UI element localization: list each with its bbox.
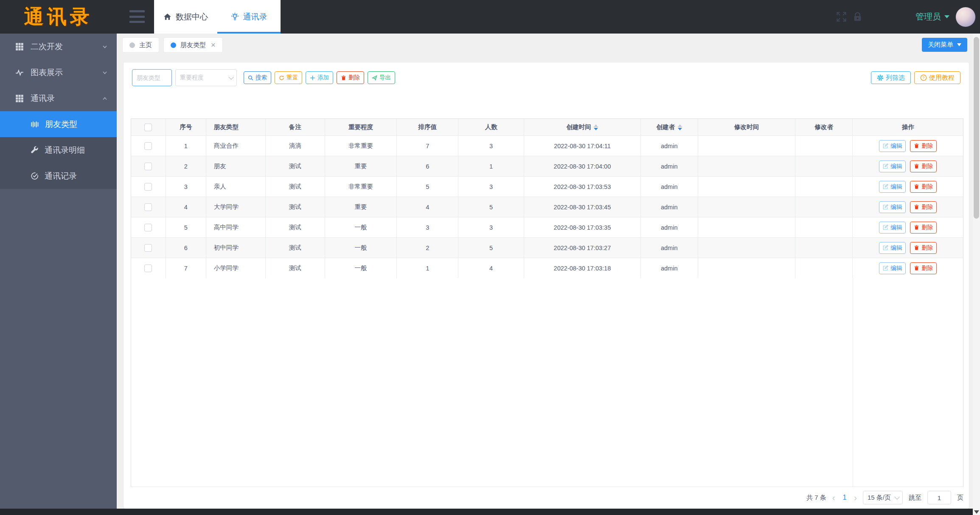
- fullscreen-icon[interactable]: [836, 11, 847, 22]
- tab-address-book[interactable]: 通讯录: [217, 0, 281, 34]
- edit-icon: [883, 204, 888, 210]
- current-page[interactable]: 1: [841, 494, 848, 501]
- refresh-icon: [279, 75, 284, 81]
- sidebar-item-address-detail[interactable]: 通讯录明细: [0, 137, 117, 163]
- row-delete-button[interactable]: 删除: [910, 201, 937, 213]
- tag-home[interactable]: 主页: [122, 37, 159, 53]
- delete-button[interactable]: 删除: [337, 71, 364, 84]
- sidebar-item-label: 朋友类型: [45, 119, 77, 130]
- col-updated-by: 修改者: [795, 119, 853, 135]
- table-header: 序号 朋友类型 备注 重要程度 排序值 人数 创建时间 创建者 修改时间: [131, 119, 963, 136]
- row-delete-button[interactable]: 删除: [910, 140, 937, 152]
- cell-updated-at: [698, 197, 796, 217]
- search-button[interactable]: 搜索: [244, 71, 271, 84]
- cell-updated-by: [795, 258, 853, 278]
- user-dropdown[interactable]: 管理员: [915, 11, 949, 23]
- row-delete-button[interactable]: 删除: [910, 242, 937, 254]
- cell-seq: 4: [166, 197, 206, 217]
- cell-importance: 非常重要: [325, 177, 397, 197]
- page-scrollbar[interactable]: [973, 34, 980, 515]
- edit-icon: [883, 184, 888, 189]
- sidebar-item-friend-type[interactable]: 朋友类型: [0, 111, 117, 137]
- row-checkbox[interactable]: [144, 163, 152, 170]
- tag-label: 朋友类型: [180, 41, 206, 49]
- scrollbar-down-arrow-icon[interactable]: [974, 510, 979, 514]
- scrollbar-thumb[interactable]: [974, 37, 979, 219]
- edit-button[interactable]: 编辑: [879, 242, 906, 254]
- tutorial-button[interactable]: ? 使用教程: [914, 71, 960, 84]
- chevron-up-icon: [101, 95, 108, 102]
- table-empty-area: [131, 278, 963, 487]
- reset-button[interactable]: 重置: [275, 71, 302, 84]
- close-menu-button[interactable]: 关闭菜单: [922, 38, 967, 52]
- cell-created-at: 2022-08-30 17:03:53: [524, 177, 641, 197]
- trash-icon: [914, 163, 919, 169]
- edit-button[interactable]: 编辑: [879, 201, 906, 213]
- row-checkbox[interactable]: [144, 244, 152, 252]
- edit-button[interactable]: 编辑: [879, 262, 906, 274]
- hamburger-menu-icon[interactable]: [129, 10, 145, 23]
- check-circle-icon: [31, 172, 39, 180]
- row-checkbox[interactable]: [144, 265, 152, 272]
- edit-button[interactable]: 编辑: [879, 160, 906, 172]
- importance-filter-select[interactable]: 重要程度: [175, 69, 237, 86]
- barcode-icon: [31, 120, 39, 129]
- sort-icon[interactable]: [678, 124, 682, 130]
- edit-label: 编辑: [890, 203, 902, 211]
- row-delete-button[interactable]: 删除: [910, 160, 937, 172]
- send-icon: [372, 75, 377, 81]
- search-label: 搜索: [256, 74, 267, 82]
- trash-icon: [341, 75, 346, 81]
- trash-icon: [914, 265, 919, 271]
- tab-label: 数据中心: [176, 11, 208, 23]
- column-filter-button[interactable]: 列筛选: [871, 71, 911, 84]
- tab-data-center[interactable]: 数据中心: [154, 0, 217, 34]
- sidebar-item-contact-records[interactable]: 通讯记录: [0, 163, 117, 189]
- cell-friend-type: 初中同学: [206, 238, 266, 258]
- page-size-select[interactable]: 15 条/页: [863, 491, 903, 504]
- row-checkbox[interactable]: [144, 224, 152, 231]
- select-all-checkbox[interactable]: [144, 124, 152, 131]
- export-button[interactable]: 导出: [368, 71, 395, 84]
- avatar[interactable]: [955, 7, 976, 27]
- cell-count: 3: [458, 177, 524, 197]
- edit-label: 编辑: [890, 163, 902, 170]
- sidebar-item-secondary-dev[interactable]: 二次开发: [0, 34, 117, 59]
- friend-type-filter-input[interactable]: [132, 69, 172, 86]
- page-unit-label: 页: [957, 494, 963, 502]
- row-checkbox[interactable]: [144, 203, 152, 211]
- row-checkbox[interactable]: [144, 142, 152, 150]
- cell-seq: 1: [166, 136, 206, 156]
- tag-friend-type[interactable]: 朋友类型 ×: [163, 37, 223, 53]
- col-updated-at: 修改时间: [698, 119, 796, 135]
- edit-button[interactable]: 编辑: [879, 140, 906, 152]
- col-seq: 序号: [166, 119, 206, 135]
- close-menu-label: 关闭菜单: [928, 41, 953, 49]
- cell-count: 5: [458, 197, 524, 217]
- home-icon: [163, 13, 171, 21]
- table-row: 5 高中同学 测试 一般 3 3 2022-08-30 17:03:35 adm…: [131, 217, 963, 238]
- cell-seq: 2: [166, 156, 206, 176]
- sort-icon[interactable]: [594, 124, 598, 130]
- col-created-at: 创建时间: [524, 119, 641, 135]
- add-button[interactable]: 添加: [306, 71, 333, 84]
- row-delete-button[interactable]: 删除: [910, 262, 937, 274]
- edit-button[interactable]: 编辑: [879, 222, 906, 234]
- row-delete-button[interactable]: 删除: [910, 222, 937, 234]
- row-checkbox[interactable]: [144, 183, 152, 191]
- row-delete-button[interactable]: 删除: [910, 181, 937, 193]
- lock-icon[interactable]: [852, 11, 863, 22]
- sidebar-item-address-book[interactable]: 通讯录: [0, 85, 117, 111]
- edit-button[interactable]: 编辑: [879, 181, 906, 193]
- cell-sort-value: 6: [397, 156, 458, 176]
- cell-created-by: admin: [641, 156, 698, 176]
- cell-remark: 测试: [266, 217, 325, 237]
- sidebar-item-charts[interactable]: 图表展示: [0, 59, 117, 85]
- col-importance: 重要程度: [325, 119, 397, 135]
- export-label: 导出: [379, 74, 391, 82]
- close-icon[interactable]: ×: [211, 41, 216, 50]
- prev-page-button[interactable]: ‹: [832, 493, 835, 502]
- jump-page-input[interactable]: [927, 491, 951, 504]
- search-icon: [248, 75, 253, 81]
- next-page-button[interactable]: ›: [854, 493, 857, 502]
